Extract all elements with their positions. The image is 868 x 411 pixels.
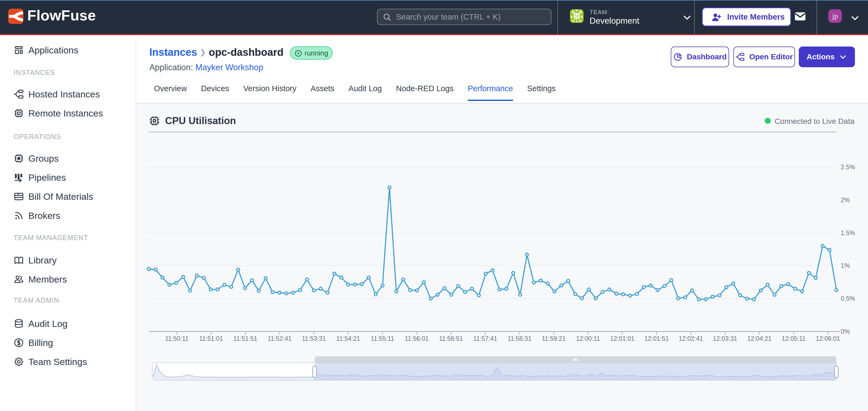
svg-text:11:57:41: 11:57:41 [473,335,497,342]
svg-text:11:50:11: 11:50:11 [165,335,189,342]
svg-text:11:53:31: 11:53:31 [302,335,326,342]
svg-text:12:01:51: 12:01:51 [644,335,669,342]
svg-text:11:51:51: 11:51:51 [234,335,257,342]
svg-text:1.5%: 1.5% [841,230,855,237]
svg-text:11:56:51: 11:56:51 [439,335,463,342]
svg-text:12:02:41: 12:02:41 [679,335,703,342]
svg-text:12:04:21: 12:04:21 [747,335,772,342]
svg-text:12:03:31: 12:03:31 [713,335,738,342]
svg-text:2%: 2% [841,197,850,204]
svg-text:12:00:11: 12:00:11 [576,335,600,342]
svg-text:11:55:11: 11:55:11 [371,335,394,342]
svg-text:11:59:21: 11:59:21 [542,335,566,342]
svg-text:11:54:21: 11:54:21 [336,335,360,342]
svg-text:1%: 1% [841,262,850,269]
svg-text:2.5%: 2.5% [841,164,855,171]
svg-text:12:05:11: 12:05:11 [782,335,806,342]
svg-text:12:06:01: 12:06:01 [816,335,840,342]
svg-text:0%: 0% [841,328,850,335]
svg-text:11:52:41: 11:52:41 [268,335,291,342]
svg-text:12:01:01: 12:01:01 [610,335,634,342]
svg-text:11:58:31: 11:58:31 [507,335,531,342]
svg-text:11:51:01: 11:51:01 [199,335,223,342]
svg-text:0.5%: 0.5% [841,295,855,302]
svg-text:11:56:01: 11:56:01 [405,335,429,342]
